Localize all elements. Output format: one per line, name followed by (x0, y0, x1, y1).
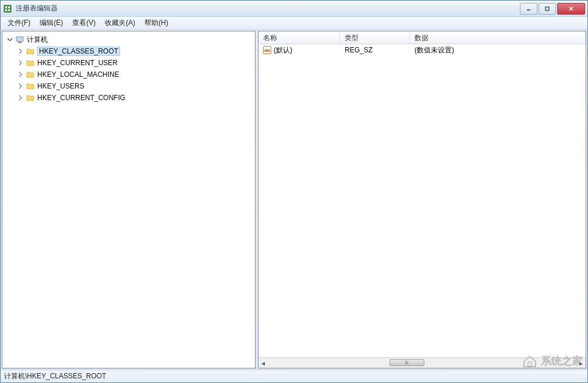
svg-rect-6 (546, 7, 549, 10)
tree-key-hklm[interactable]: HKEY_LOCAL_MACHINE (3, 69, 254, 80)
tree-pane: 计算机 HKEY_CLASSES_ROOT (2, 31, 256, 368)
values-pane: 名称 类型 数据 ab (默认) REG_SZ (数值未设置) ◂ ▸ (258, 31, 586, 368)
folder-icon (26, 81, 35, 91)
column-type[interactable]: 类型 (340, 31, 410, 44)
menu-help[interactable]: 帮助(H) (140, 17, 173, 29)
tree-label: HKEY_CURRENT_USER (37, 59, 118, 67)
svg-rect-1 (5, 6, 7, 8)
maximize-button[interactable] (539, 3, 556, 15)
svg-rect-10 (18, 42, 22, 43)
svg-rect-4 (8, 9, 10, 11)
menu-edit[interactable]: 编辑(E) (35, 17, 68, 29)
tree-key-hkcr[interactable]: HKEY_CLASSES_ROOT (3, 45, 254, 57)
status-path: 计算机\HKEY_CLASSES_ROOT (4, 371, 106, 381)
tree-key-hkcu[interactable]: HKEY_CURRENT_USER (3, 57, 254, 69)
list-body[interactable]: ab (默认) REG_SZ (数值未设置) (258, 44, 586, 357)
expand-icon[interactable] (16, 59, 24, 67)
window-controls (519, 3, 585, 15)
expand-icon[interactable] (16, 82, 24, 90)
regedit-window: 注册表编辑器 文件(F) 编辑(E) 查看(V) 收藏夹(A) 帮助(H) (0, 0, 588, 383)
tree-key-hkcc[interactable]: HKEY_CURRENT_CONFIG (3, 92, 254, 104)
expand-icon[interactable] (16, 70, 24, 79)
svg-rect-2 (8, 6, 10, 8)
column-name[interactable]: 名称 (258, 31, 340, 44)
string-value-icon: ab (263, 46, 271, 54)
folder-icon (26, 70, 35, 79)
expand-icon[interactable] (16, 94, 24, 102)
registry-tree[interactable]: 计算机 HKEY_CLASSES_ROOT (2, 31, 255, 368)
collapse-icon[interactable] (6, 36, 14, 44)
svg-rect-9 (16, 37, 23, 41)
statusbar: 计算机\HKEY_CLASSES_ROOT (1, 370, 587, 382)
tree-label: HKEY_USERS (37, 82, 84, 90)
scroll-thumb[interactable] (389, 359, 424, 366)
expand-icon[interactable] (16, 47, 24, 55)
scroll-left-icon[interactable]: ◂ (258, 359, 268, 368)
content-area: 计算机 HKEY_CLASSES_ROOT (2, 31, 586, 368)
tree-label: HKEY_CURRENT_CONFIG (37, 94, 125, 102)
tree-label: HKEY_CLASSES_ROOT (37, 47, 120, 56)
app-icon (3, 4, 12, 13)
tree-label: 计算机 (27, 35, 48, 45)
close-button[interactable] (557, 3, 585, 15)
tree-root-computer[interactable]: 计算机 (3, 34, 254, 45)
value-name: (默认) (274, 45, 292, 55)
menubar: 文件(F) 编辑(E) 查看(V) 收藏夹(A) 帮助(H) (1, 17, 587, 30)
tree-label: HKEY_LOCAL_MACHINE (37, 70, 119, 79)
horizontal-scrollbar[interactable]: ◂ ▸ (258, 357, 586, 368)
folder-icon (26, 58, 35, 68)
column-data[interactable]: 数据 (410, 31, 586, 44)
window-title: 注册表编辑器 (16, 3, 519, 13)
folder-icon (26, 47, 35, 56)
list-header: 名称 类型 数据 (258, 31, 586, 44)
computer-icon (15, 35, 24, 44)
folder-icon (26, 93, 35, 102)
scroll-right-icon[interactable]: ▸ (576, 359, 586, 368)
svg-rect-3 (5, 9, 7, 11)
svg-rect-0 (4, 5, 11, 12)
titlebar[interactable]: 注册表编辑器 (1, 1, 587, 17)
minimize-button[interactable] (520, 3, 537, 15)
value-type: REG_SZ (340, 46, 410, 54)
menu-file[interactable]: 文件(F) (3, 17, 35, 29)
menu-view[interactable]: 查看(V) (68, 17, 100, 29)
value-row-default[interactable]: ab (默认) REG_SZ (数值未设置) (258, 44, 586, 56)
tree-key-hku[interactable]: HKEY_USERS (3, 80, 254, 92)
value-data: (数值未设置) (410, 45, 586, 55)
menu-favorites[interactable]: 收藏夹(A) (100, 17, 140, 29)
